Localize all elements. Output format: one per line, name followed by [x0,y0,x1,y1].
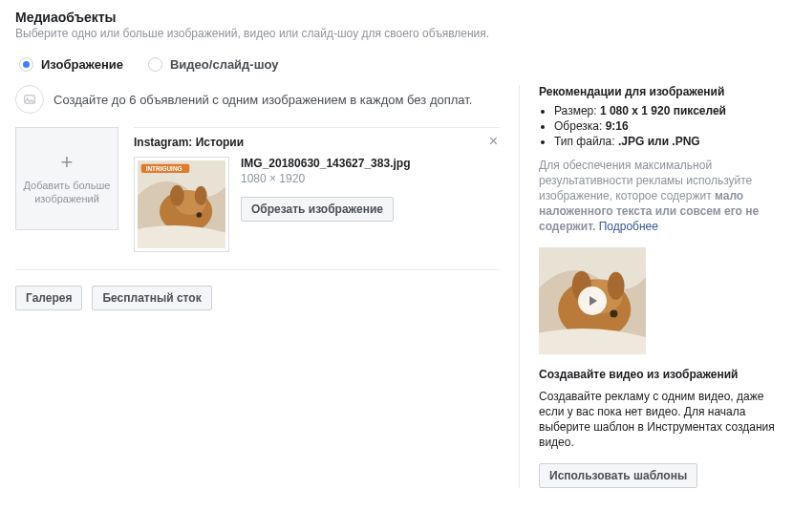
add-box-line1: Добавить больше [24,179,111,192]
radio-icon [148,57,162,72]
svg-text:INTRIGUING: INTRIGUING [146,165,182,172]
svg-point-6 [195,186,207,205]
promo-title: Создавайте видео из изображений [539,368,778,381]
image-tip-icon [15,85,44,114]
promo-description: Создавайте рекламу с одним видео, даже е… [539,389,778,450]
radio-icon [19,57,33,72]
rec-size: Размер: 1 080 x 1 920 пикселей [554,104,778,117]
page-title: Медиаобъекты [15,10,778,25]
plus-icon: + [61,152,74,173]
recommendations-description: Для обеспечения максимальной результатив… [539,158,778,234]
video-preview-thumbnail[interactable] [539,247,646,354]
svg-point-7 [197,212,203,218]
free-stock-button[interactable]: Бесплатный сток [92,286,211,310]
tab-video[interactable]: Видео/слайд-шоу [148,57,279,72]
media-card-title: Instagram: Истории [134,136,500,149]
play-icon [578,287,607,315]
media-card: Instagram: Истории × [134,127,500,252]
media-dimensions: 1080 × 1920 [241,172,410,185]
tab-video-label: Видео/слайд-шоу [170,57,279,72]
svg-point-15 [610,310,617,318]
tab-image[interactable]: Изображение [19,57,123,72]
add-more-images-button[interactable]: + Добавить больше изображений [15,127,118,230]
svg-point-14 [608,272,625,300]
close-icon[interactable]: × [489,134,498,149]
media-filename: IMG_20180630_143627_383.jpg [241,157,410,170]
gallery-button[interactable]: Галерея [15,286,82,310]
rec-crop: Обрезка: 9:16 [554,119,778,133]
tip-text: Создайте до 6 объявлений с одним изображ… [54,93,472,107]
add-box-line2: изображений [34,192,99,205]
tab-image-label: Изображение [41,57,123,72]
learn-more-link[interactable]: Подробнее [599,220,658,233]
rec-type: Тип файла: .JPG или .PNG [554,135,778,148]
svg-point-5 [170,185,184,206]
recommendations-title: Рекомендации для изображений [539,85,778,98]
crop-image-button[interactable]: Обрезать изображение [241,197,394,222]
use-templates-button[interactable]: Использовать шаблоны [539,463,697,488]
media-type-tabs: Изображение Видео/слайд-шоу [15,57,778,72]
media-thumbnail[interactable]: INTRIGUING [134,157,229,252]
page-subtitle: Выберите одно или больше изображений, ви… [15,27,778,40]
